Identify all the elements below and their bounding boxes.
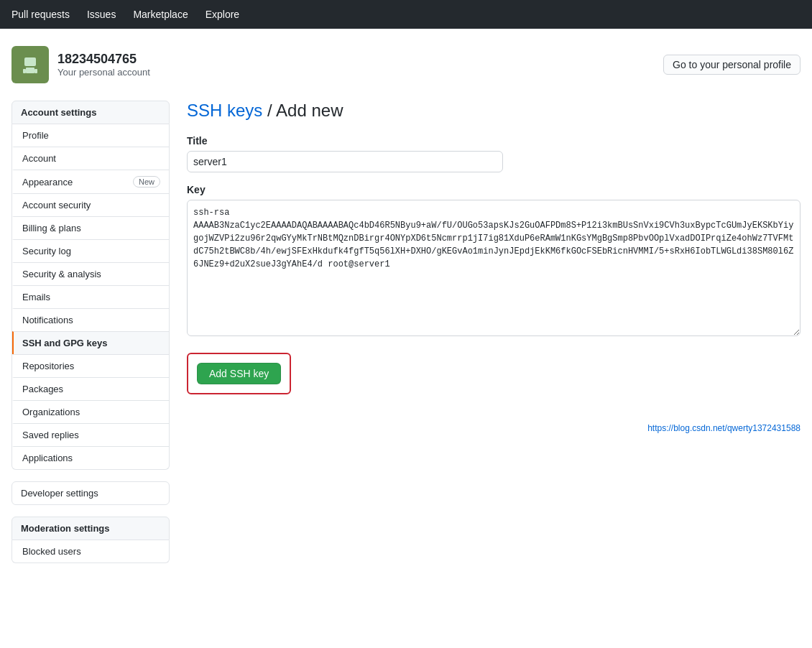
- sidebar-item-ssh-gpg-label: SSH and GPG keys: [22, 338, 108, 348]
- nav-pull-requests[interactable]: Pull requests: [11, 9, 70, 20]
- sidebar-item-organizations-label: Organizations: [22, 407, 80, 417]
- sidebar-item-appearance[interactable]: Appearance New: [12, 170, 169, 193]
- svg-rect-3: [23, 69, 26, 73]
- sidebar-item-packages-label: Packages: [22, 384, 63, 394]
- account-subtitle: Your personal account: [57, 67, 150, 78]
- sidebar-item-profile[interactable]: Profile: [12, 124, 169, 147]
- sidebar-item-ssh-gpg[interactable]: SSH and GPG keys: [12, 331, 169, 354]
- nav-marketplace[interactable]: Marketplace: [133, 9, 188, 20]
- go-to-profile-button[interactable]: Go to your personal profile: [663, 55, 801, 75]
- sidebar-item-applications[interactable]: Applications: [12, 446, 169, 469]
- appearance-new-badge: New: [133, 176, 160, 188]
- account-header: 18234504765 Your personal account Go to …: [11, 46, 801, 83]
- account-username: 18234504765: [57, 52, 150, 67]
- sidebar-item-notifications-label: Notifications: [22, 315, 73, 325]
- sidebar-item-profile-label: Profile: [22, 130, 49, 141]
- page-heading: SSH keys / Add new: [187, 101, 801, 121]
- sidebar-item-packages[interactable]: Packages: [12, 377, 169, 400]
- main-content: SSH keys / Add new Title Key Add SSH key…: [187, 101, 801, 575]
- key-textarea[interactable]: [187, 200, 801, 336]
- sidebar-item-billing-label: Billing & plans: [22, 223, 81, 233]
- svg-rect-4: [34, 69, 37, 73]
- sidebar-item-repositories-label: Repositories: [22, 361, 74, 371]
- account-settings-nav: Profile Account Appearance New Account s…: [11, 124, 170, 470]
- watermark: https://blog.csdn.net/qwerty1372431588: [187, 423, 801, 433]
- svg-rect-1: [24, 57, 36, 66]
- nav-issues[interactable]: Issues: [87, 9, 116, 20]
- sidebar-item-saved-replies[interactable]: Saved replies: [12, 423, 169, 446]
- sidebar-item-account-security-label: Account security: [22, 200, 91, 210]
- avatar: [11, 46, 49, 83]
- svg-rect-2: [26, 68, 34, 73]
- title-label: Title: [187, 135, 801, 147]
- sidebar-item-security-log[interactable]: Security log: [12, 239, 169, 262]
- account-info: 18234504765 Your personal account: [11, 46, 150, 83]
- key-label: Key: [187, 184, 801, 195]
- page-wrapper: 18234504765 Your personal account Go to …: [0, 29, 812, 592]
- sidebar-item-blocked-users-label: Blocked users: [22, 546, 81, 557]
- sidebar-item-security-log-label: Security log: [22, 246, 71, 256]
- add-ssh-key-button[interactable]: Add SSH key: [197, 363, 281, 384]
- sidebar-item-account[interactable]: Account: [12, 147, 169, 170]
- title-input[interactable]: [187, 151, 503, 172]
- content-area: Account settings Profile Account Appeara…: [11, 101, 801, 575]
- sidebar-item-notifications[interactable]: Notifications: [12, 308, 169, 331]
- nav-explore[interactable]: Explore: [206, 9, 239, 20]
- sidebar-item-repositories[interactable]: Repositories: [12, 354, 169, 377]
- submit-area: Add SSH key: [187, 353, 291, 394]
- sidebar-item-account-security[interactable]: Account security: [12, 193, 169, 216]
- sidebar-item-appearance-label: Appearance: [22, 177, 73, 188]
- moderation-settings-nav: Blocked users: [11, 540, 170, 563]
- ssh-keys-breadcrumb-link[interactable]: SSH keys: [187, 101, 262, 120]
- sidebar-item-developer-settings[interactable]: Developer settings: [11, 481, 170, 505]
- account-settings-title: Account settings: [11, 101, 170, 124]
- key-form-group: Key: [187, 184, 801, 338]
- sidebar-item-account-label: Account: [22, 153, 56, 164]
- sidebar-item-saved-replies-label: Saved replies: [22, 430, 79, 440]
- sidebar: Account settings Profile Account Appeara…: [11, 101, 170, 575]
- sidebar-item-billing[interactable]: Billing & plans: [12, 216, 169, 239]
- title-form-group: Title: [187, 135, 801, 172]
- moderation-settings-title: Moderation settings: [11, 517, 170, 540]
- sidebar-item-emails-label: Emails: [22, 292, 50, 302]
- sidebar-item-applications-label: Applications: [22, 453, 73, 463]
- breadcrumb-add-new: / Add new: [267, 101, 343, 120]
- sidebar-item-emails[interactable]: Emails: [12, 285, 169, 308]
- top-navigation: Pull requests Issues Marketplace Explore: [0, 0, 812, 29]
- sidebar-item-blocked-users[interactable]: Blocked users: [12, 540, 169, 563]
- sidebar-item-security-analysis[interactable]: Security & analysis: [12, 262, 169, 285]
- sidebar-item-organizations[interactable]: Organizations: [12, 400, 169, 423]
- sidebar-item-security-analysis-label: Security & analysis: [22, 269, 101, 279]
